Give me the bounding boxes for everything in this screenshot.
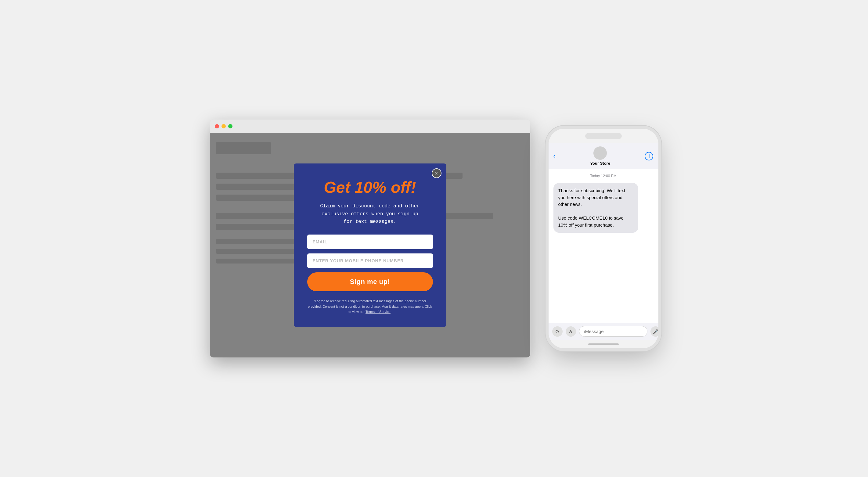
app-store-icon: A — [569, 329, 572, 333]
close-traffic-light[interactable] — [215, 124, 219, 128]
app-icon-button[interactable]: A — [566, 326, 576, 337]
mic-button[interactable]: 🎤 — [650, 326, 658, 337]
contact-name: Your Store — [590, 161, 610, 166]
phone-input[interactable] — [307, 253, 433, 268]
info-button[interactable]: i — [645, 152, 653, 160]
terms-of-service-link[interactable]: Terms of Service — [366, 310, 391, 314]
camera-icon-button[interactable]: ⊙ — [552, 326, 563, 337]
home-indicator-bar — [588, 343, 619, 345]
message-bubble: Thanks for subscribing! We'll text you h… — [553, 183, 639, 233]
modal-title: Get 10% off! — [307, 178, 433, 196]
imessage-body: Today 12:00 PM Thanks for subscribing! W… — [549, 169, 658, 323]
popup-modal: × Get 10% off! Claim your discount code … — [294, 163, 446, 327]
back-button[interactable]: ‹ — [553, 152, 556, 160]
modal-subtitle: Claim your discount code and other exclu… — [307, 202, 433, 226]
iphone-notch — [585, 133, 622, 139]
mic-icon: 🎤 — [653, 329, 658, 334]
imessage-input[interactable] — [579, 326, 647, 337]
imessage-input-bar: ⊙ A 🎤 — [549, 323, 658, 340]
modal-overlay: × Get 10% off! Claim your discount code … — [210, 133, 530, 357]
browser-window: × Get 10% off! Claim your discount code … — [210, 120, 530, 357]
signup-button[interactable]: Sign me up! — [307, 272, 433, 291]
minimize-traffic-light[interactable] — [221, 124, 226, 128]
imessage-header: ‹ Your Store i — [549, 144, 658, 169]
iphone-notch-area — [549, 129, 658, 144]
contact-avatar — [593, 147, 607, 160]
email-input[interactable] — [307, 234, 433, 249]
imessage-contact: Your Store — [590, 147, 610, 166]
message-timestamp: Today 12:00 PM — [553, 174, 653, 178]
iphone-device: ‹ Your Store i Today 12:00 PM Thanks for… — [549, 129, 658, 348]
home-indicator — [549, 340, 658, 348]
close-button[interactable]: × — [432, 168, 441, 178]
camera-icon: ⊙ — [555, 329, 559, 334]
browser-titlebar — [210, 120, 530, 133]
modal-legal-text: *I agree to receive recurring automated … — [307, 298, 433, 315]
browser-content: × Get 10% off! Claim your discount code … — [210, 133, 530, 357]
fullscreen-traffic-light[interactable] — [228, 124, 232, 128]
